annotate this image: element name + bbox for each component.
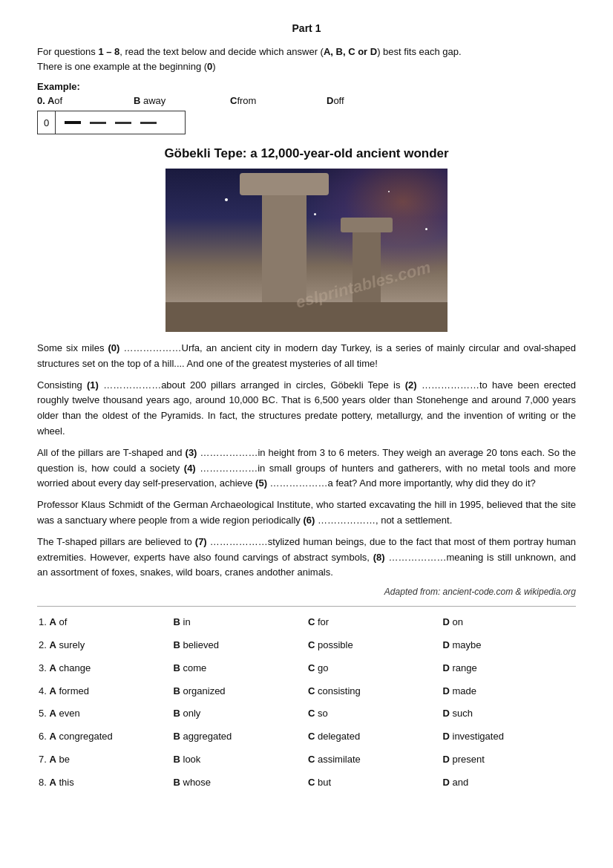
q4-b: B organized	[172, 682, 307, 702]
example-answer-box: 0	[37, 111, 186, 134]
q2-d: D maybe	[442, 636, 577, 656]
q1-c: C for	[306, 613, 442, 633]
q4-a: 4. A formed	[37, 682, 172, 702]
q1-b: B in	[172, 613, 307, 633]
q4-c: C consisting	[306, 682, 442, 702]
ground-rubble	[165, 302, 448, 332]
q3-c: C go	[306, 659, 442, 679]
questions-grid: 1. A of B in C for D on 2. A surely B be…	[37, 613, 576, 792]
instruction-text4: )	[212, 61, 215, 72]
q5-a: 5. A even	[37, 704, 172, 724]
q2-a: 2. A surely	[37, 636, 172, 656]
answer-option-a	[60, 121, 85, 124]
example-option-c: Cfrom	[230, 95, 304, 106]
answer-option-b	[85, 121, 111, 124]
q3-d: D range	[442, 659, 577, 679]
article-title: Göbekli Tepe: a 12,000-year-old ancient …	[37, 146, 576, 161]
example-label: Example:	[37, 81, 576, 92]
section-divider	[37, 606, 576, 607]
article-paragraph-3: Professor Klaus Schmidt of the German Ar…	[37, 497, 576, 529]
article-body: Some six miles (0) ………………Urfa, an ancien…	[37, 341, 576, 581]
q7-b: B look	[172, 750, 307, 770]
star-1	[225, 198, 228, 201]
example-option-a: 0. Aof	[37, 95, 111, 106]
stone-pillar-right-top	[341, 218, 393, 232]
example-option-b: B away	[134, 95, 208, 106]
answer-box-zero: 0	[38, 111, 56, 134]
q5-d: D such	[442, 704, 577, 724]
q6-b: B aggregated	[172, 727, 307, 747]
q8-d: D and	[442, 773, 577, 793]
article-paragraph-4: The T-shaped pillars are believed to (7)…	[37, 535, 576, 581]
q1-d: D on	[442, 613, 577, 633]
q7-a: 7. A be	[37, 750, 172, 770]
stone-pillar-main-top	[240, 173, 329, 195]
article-paragraph-0: Some six miles (0) ………………Urfa, an ancien…	[37, 341, 576, 372]
q8-c: C but	[306, 773, 442, 793]
q6-d: D investigated	[442, 727, 577, 747]
part-title: Part 1	[37, 22, 576, 34]
star-4	[425, 228, 427, 230]
q8-b: B whose	[172, 773, 307, 793]
stone-pillar-main-shaft	[262, 192, 306, 304]
answer-option-c	[111, 121, 136, 124]
q8-a: 8. A this	[37, 773, 172, 793]
example-options-row: 0. Aof B away Cfrom Doff	[37, 95, 576, 106]
example-option-d: Doff	[327, 95, 401, 106]
instruction-text1: For questions	[37, 46, 98, 57]
article-image: eslprintables.com	[165, 169, 448, 332]
article-paragraph-2: All of the pillars are T-shaped and (3) …	[37, 446, 576, 492]
q1-a: 1. A of	[37, 613, 172, 633]
answer-option-d	[136, 121, 161, 124]
answer-letters: A, B, C or D	[324, 46, 377, 57]
stone-pillar-right-shaft	[353, 229, 381, 304]
q6-c: C delegated	[306, 727, 442, 747]
q3-b: B come	[172, 659, 307, 679]
instructions: For questions 1 – 8, read the text below…	[37, 45, 576, 74]
q4-d: D made	[442, 682, 577, 702]
article-paragraph-1: Consisting (1) ………………about 200 pillars a…	[37, 378, 576, 440]
star-2	[314, 213, 316, 215]
q7-d: D present	[442, 750, 577, 770]
question-range: 1 – 8	[98, 46, 119, 57]
star-3	[388, 191, 390, 192]
q6-a: 6. A congregated	[37, 727, 172, 747]
answer-box-options	[56, 121, 165, 124]
q2-b: B believed	[172, 636, 307, 656]
q5-c: C so	[306, 704, 442, 724]
q5-b: B only	[172, 704, 307, 724]
q7-c: C assimilate	[306, 750, 442, 770]
q2-c: C possible	[306, 636, 442, 656]
instruction-text2: , read the text below and decide which a…	[119, 46, 324, 57]
q3-a: 3. A change	[37, 659, 172, 679]
adapted-from: Adapted from: ancient-code.com & wikiped…	[37, 587, 576, 597]
